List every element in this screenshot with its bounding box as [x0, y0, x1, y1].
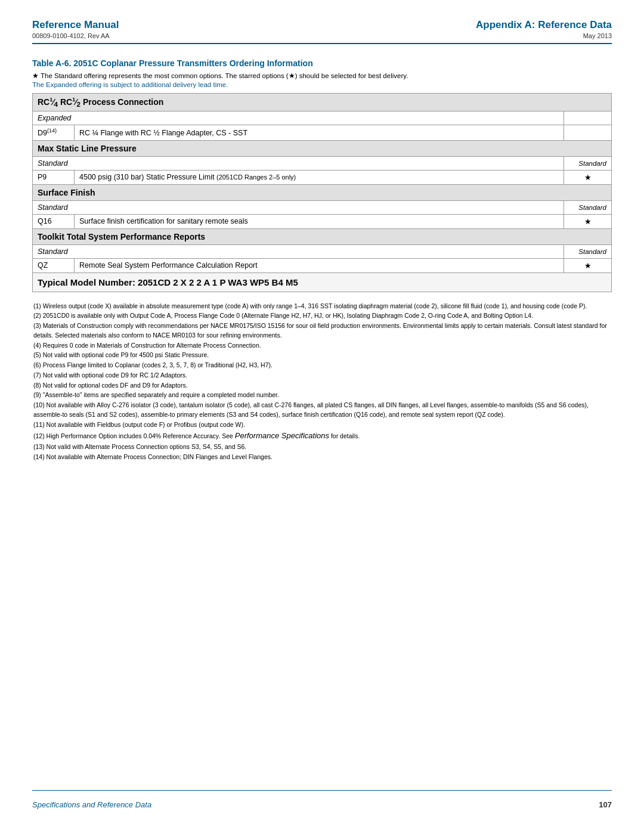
header-appendix: Appendix A: Reference Data	[476, 19, 612, 31]
footnote-3: (3) Materials of Construction comply wit…	[33, 321, 611, 340]
label-row-standard-2: Standard Standard	[33, 156, 612, 170]
footnote-1: (1) Wireless output (code X) available i…	[33, 302, 611, 311]
section-header-process-connection: RC1⁄4 RC1⁄2 Process Connection	[33, 94, 612, 112]
footnote-5: (5) Not valid with optional code P9 for …	[33, 351, 611, 360]
table-title: Table A-6. 2051C Coplanar Pressure Trans…	[32, 58, 612, 68]
data-row-q16: Q16 Surface finish certification for san…	[33, 214, 612, 228]
data-row-d9: D9(14) RC ¼ Flange with RC ½ Flange Adap…	[33, 125, 612, 140]
footnote-8: (8) Not valid for optional codes DF and …	[33, 381, 611, 391]
footnote-7: (7) Not valid with optional code D9 for …	[33, 371, 611, 380]
desc-q16: Surface finish certification for sanitar…	[75, 214, 564, 228]
label-row-standard-4: Standard Standard	[33, 244, 612, 258]
desc-qz: Remote Seal System Performance Calculati…	[75, 258, 564, 272]
section-process-connection: RC1⁄4 RC1⁄2 Process Connection	[33, 94, 612, 112]
header-title: Reference Manual	[32, 19, 119, 31]
star-d9	[564, 125, 612, 140]
page-header: Reference Manual 00809-0100-4102, Rev AA…	[32, 19, 612, 44]
label-standard-4: Standard	[33, 244, 564, 258]
code-d9: D9(14)	[33, 125, 75, 140]
footnote-6: (6) Process Flange limited to Coplanar (…	[33, 361, 611, 370]
header-subtitle: 00809-0100-4102, Rev AA	[32, 32, 119, 39]
section-header-max-static: Max Static Line Pressure	[33, 140, 612, 156]
star-note-expanded: The Expanded offering is subject to addi…	[32, 81, 612, 88]
footer-left-label: Specifications and Reference Data	[32, 800, 151, 809]
footnote-11: (11) Not available with Fieldbus (output…	[33, 420, 611, 430]
footnote-12: (12) High Performance Option includes 0.…	[33, 430, 611, 442]
section-header-toolkit: Toolkit Total System Performance Reports	[33, 228, 612, 244]
header-left: Reference Manual 00809-0100-4102, Rev AA	[32, 19, 119, 39]
label-row-standard-3: Standard Standard	[33, 200, 612, 214]
footnote-14: (14) Not available with Alternate Proces…	[33, 453, 611, 462]
footnote-13: (13) Not valid with Alternate Process Co…	[33, 442, 611, 452]
data-row-qz: QZ Remote Seal System Performance Calcul…	[33, 258, 612, 272]
section-surface-finish: Surface Finish	[33, 184, 612, 200]
star-note: ★ The Standard offering represents the m…	[32, 72, 612, 80]
col-star-standard-3: Standard	[564, 200, 612, 214]
desc-d9: RC ¼ Flange with RC ½ Flange Adapter, CS…	[75, 125, 564, 140]
footnote-4: (4) Requires 0 code in Materials of Cons…	[33, 341, 611, 351]
star-q16: ★	[564, 214, 612, 228]
code-p9: P9	[33, 170, 75, 184]
footnote-2: (2) 2051CD0 is available only with Outpu…	[33, 311, 611, 321]
col-star-standard-2: Standard	[564, 156, 612, 170]
label-standard-2: Standard	[33, 156, 564, 170]
ordering-table: RC1⁄4 RC1⁄2 Process Connection Expanded …	[32, 93, 612, 292]
col-star-header1	[564, 112, 612, 125]
label-row-expanded: Expanded	[33, 112, 612, 125]
section-toolkit: Toolkit Total System Performance Reports	[33, 228, 612, 244]
label-standard-3: Standard	[33, 200, 564, 214]
footnote-9: (9) "Assemble-to" items are specified se…	[33, 391, 611, 400]
col-star-standard-4: Standard	[564, 244, 612, 258]
star-qz: ★	[564, 258, 612, 272]
code-q16: Q16	[33, 214, 75, 228]
footer-page-number: 107	[599, 800, 612, 809]
code-qz: QZ	[33, 258, 75, 272]
star-p9: ★	[564, 170, 612, 184]
header-right: Appendix A: Reference Data May 2013	[476, 19, 612, 39]
footnote-10: (10) Not available with Alloy C-276 isol…	[33, 401, 611, 420]
data-row-p9: P9 4500 psig (310 bar) Static Pressure L…	[33, 170, 612, 184]
section-max-static: Max Static Line Pressure	[33, 140, 612, 156]
header-date: May 2013	[476, 32, 612, 39]
typical-model-number: Typical Model Number: 2051CD 2 X 2 2 A 1…	[33, 272, 612, 292]
section-header-surface-finish: Surface Finish	[33, 184, 612, 200]
typical-model-row: Typical Model Number: 2051CD 2 X 2 2 A 1…	[33, 272, 612, 292]
desc-p9: 4500 psig (310 bar) Static Pressure Limi…	[75, 170, 564, 184]
page-footer: Specifications and Reference Data 107	[32, 790, 612, 809]
footnotes: (1) Wireless output (code X) available i…	[32, 302, 612, 463]
label-expanded: Expanded	[33, 112, 564, 125]
